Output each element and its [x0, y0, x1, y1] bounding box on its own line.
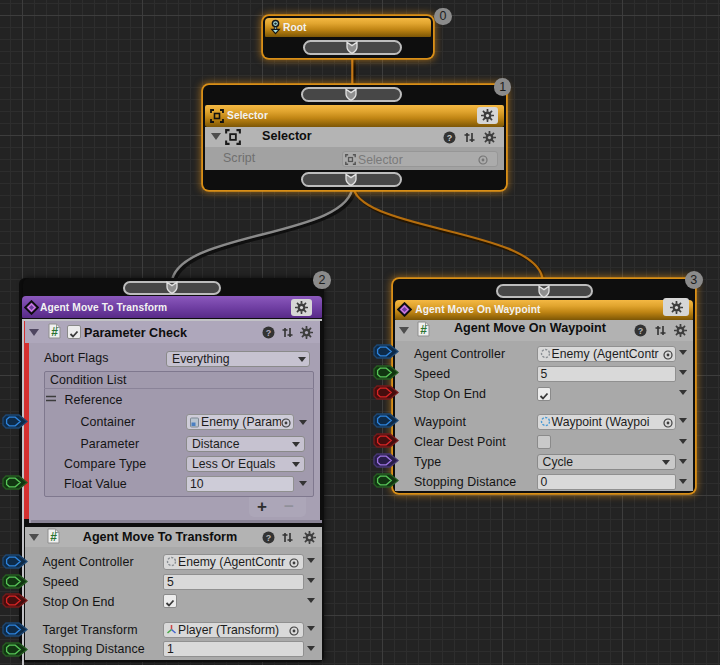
svg-text:?: ? — [638, 325, 644, 335]
svg-text:#: # — [50, 529, 57, 543]
svg-text:#: # — [51, 325, 58, 339]
svg-text:?: ? — [447, 132, 453, 142]
svg-text:#: # — [420, 323, 427, 337]
svg-text:?: ? — [266, 532, 272, 542]
svg-text:?: ? — [266, 327, 272, 337]
